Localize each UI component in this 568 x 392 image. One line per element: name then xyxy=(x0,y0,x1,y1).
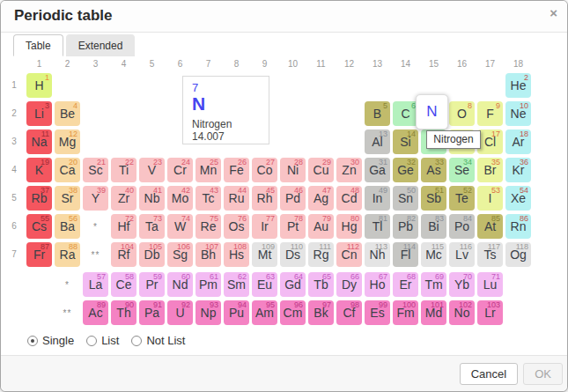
element-as[interactable]: 33As xyxy=(421,158,446,182)
element-gd[interactable]: 64Gd xyxy=(280,272,306,297)
element-fr[interactable]: 87Fr xyxy=(26,242,52,267)
element-tc[interactable]: 43Tc xyxy=(195,186,221,211)
element-i[interactable]: 53I xyxy=(477,186,503,211)
element-bh[interactable]: 107Bh xyxy=(195,242,221,267)
element-cs[interactable]: 55Cs xyxy=(26,214,52,239)
element-at[interactable]: 85At xyxy=(477,214,503,239)
element-ni[interactable]: 28Ni xyxy=(280,158,306,182)
element-au[interactable]: 79Au xyxy=(308,214,334,239)
element-te[interactable]: 52Te xyxy=(449,186,475,211)
element-th[interactable]: 90Th xyxy=(111,300,136,325)
element-cn[interactable]: 112Cn xyxy=(336,242,362,267)
element-ac[interactable]: 89Ac xyxy=(83,300,108,325)
element-v[interactable]: 23V xyxy=(139,158,165,182)
element-kr[interactable]: 36Kr xyxy=(505,158,531,182)
element-br[interactable]: 35Br xyxy=(477,158,503,182)
element-na[interactable]: 11Na xyxy=(26,129,52,154)
element-ga[interactable]: 31Ga xyxy=(365,158,390,182)
element-cr[interactable]: 24Cr xyxy=(167,158,193,182)
radio-list[interactable]: List xyxy=(86,334,119,347)
element-mn[interactable]: 25Mn xyxy=(195,158,221,182)
element-tl[interactable]: 81Tl xyxy=(365,214,390,239)
element-n-selected[interactable]: N xyxy=(416,94,448,129)
element-ra[interactable]: 88Ra xyxy=(55,242,80,267)
element-fe[interactable]: 26Fe xyxy=(224,158,249,182)
element-am[interactable]: 95Am xyxy=(252,300,277,325)
element-os[interactable]: 76Os xyxy=(224,214,249,239)
element-rn[interactable]: 86Rn xyxy=(505,214,531,239)
element-o[interactable]: 8O xyxy=(449,101,475,126)
element-sg[interactable]: 106Sg xyxy=(167,242,193,267)
element-md[interactable]: 101Md xyxy=(421,300,446,325)
element-zr[interactable]: 40Zr xyxy=(111,186,136,211)
element-zn[interactable]: 30Zn xyxy=(336,158,362,182)
element-cd[interactable]: 48Cd xyxy=(336,186,362,211)
element-ar[interactable]: 18Ar xyxy=(505,129,531,154)
element-ts[interactable]: 117Ts xyxy=(477,242,503,267)
radio-not-list[interactable]: Not List xyxy=(131,334,185,347)
element-ca[interactable]: 20Ca xyxy=(55,158,80,182)
element-mg[interactable]: 12Mg xyxy=(55,129,80,154)
element-h[interactable]: 1H xyxy=(26,73,52,98)
element-ba[interactable]: 56Ba xyxy=(55,214,80,239)
element-b[interactable]: 5B xyxy=(365,101,390,126)
element-sb[interactable]: 51Sb xyxy=(421,186,446,211)
element-al[interactable]: 13Al xyxy=(365,129,390,154)
element-tm[interactable]: 69Tm xyxy=(421,272,446,297)
radio-dot[interactable] xyxy=(131,336,142,346)
element-se[interactable]: 34Se xyxy=(449,158,475,182)
element-ne[interactable]: 10Ne xyxy=(505,101,531,126)
element-c[interactable]: 6C xyxy=(393,101,418,126)
element-eu[interactable]: 63Eu xyxy=(252,272,277,297)
element-u[interactable]: 92U xyxy=(167,300,193,325)
element-sr[interactable]: 38Sr xyxy=(55,186,80,211)
element-in[interactable]: 49In xyxy=(365,186,390,211)
element-hg[interactable]: 80Hg xyxy=(336,214,362,239)
element-ti[interactable]: 22Ti xyxy=(111,158,136,182)
element-f[interactable]: 9F xyxy=(477,101,503,126)
element-co[interactable]: 27Co xyxy=(252,158,277,182)
element-xe[interactable]: 54Xe xyxy=(505,186,531,211)
element-be[interactable]: 4Be xyxy=(55,101,80,126)
element-cl[interactable]: 17Cl xyxy=(477,129,503,154)
element-og[interactable]: 118Og xyxy=(505,242,531,267)
element-la[interactable]: 57La xyxy=(83,272,108,297)
element-lr[interactable]: 103Lr xyxy=(477,300,503,325)
element-pa[interactable]: 91Pa xyxy=(139,300,165,325)
element-mo[interactable]: 42Mo xyxy=(167,186,193,211)
element-nd[interactable]: 60Nd xyxy=(167,272,193,297)
element-dy[interactable]: 66Dy xyxy=(336,272,362,297)
element-db[interactable]: 105Db xyxy=(139,242,165,267)
element-pb[interactable]: 82Pb xyxy=(393,214,418,239)
element-lv[interactable]: 116Lv xyxy=(449,242,475,267)
element-er[interactable]: 68Er xyxy=(393,272,418,297)
radio-single[interactable]: Single xyxy=(27,334,74,347)
element-pu[interactable]: 94Pu xyxy=(224,300,249,325)
element-nh[interactable]: 113Nh xyxy=(365,242,390,267)
radio-dot[interactable] xyxy=(86,336,97,346)
element-rb[interactable]: 37Rb xyxy=(26,186,52,211)
element-ru[interactable]: 44Ru xyxy=(224,186,249,211)
element-pd[interactable]: 46Pd xyxy=(280,186,306,211)
element-si[interactable]: 14Si xyxy=(393,129,418,154)
element-ge[interactable]: 32Ge xyxy=(393,158,418,182)
element-bi[interactable]: 83Bi xyxy=(421,214,446,239)
element-y[interactable]: 39Y xyxy=(83,186,108,211)
element-ir[interactable]: 77Ir xyxy=(252,214,277,239)
element-lu[interactable]: 71Lu xyxy=(477,272,503,297)
element-mc[interactable]: 115Mc xyxy=(421,242,446,267)
element-cu[interactable]: 29Cu xyxy=(308,158,334,182)
element-pr[interactable]: 59Pr xyxy=(139,272,165,297)
element-cm[interactable]: 96Cm xyxy=(280,300,306,325)
element-es[interactable]: 99Es xyxy=(365,300,390,325)
radio-dot[interactable] xyxy=(27,336,38,346)
element-ta[interactable]: 73Ta xyxy=(139,214,165,239)
element-np[interactable]: 93Np xyxy=(195,300,221,325)
element-pm[interactable]: 61Pm xyxy=(195,272,221,297)
element-tb[interactable]: 65Tb xyxy=(308,272,334,297)
element-rh[interactable]: 45Rh xyxy=(252,186,277,211)
element-pt[interactable]: 78Pt xyxy=(280,214,306,239)
element-li[interactable]: 3Li xyxy=(26,101,52,126)
element-sn[interactable]: 50Sn xyxy=(393,186,418,211)
element-fl[interactable]: 114Fl xyxy=(393,242,418,267)
